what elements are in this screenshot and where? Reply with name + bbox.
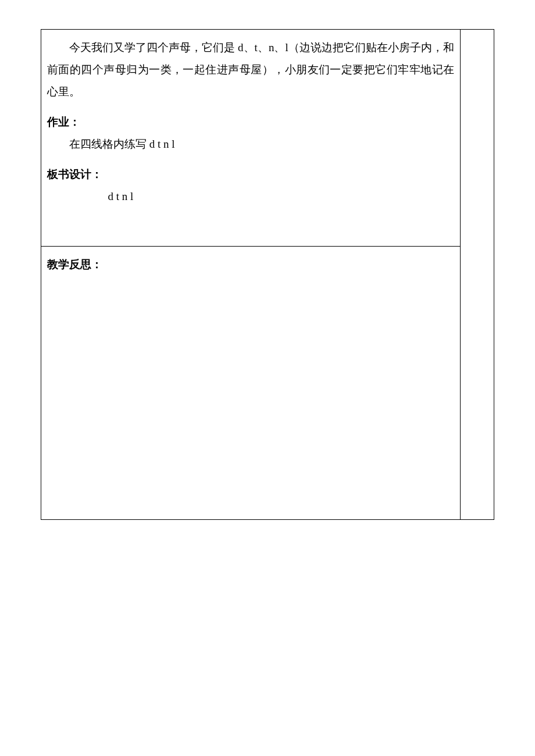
lesson-plan-table: 今天我们又学了四个声母，它们是 d、t、n、l（边说边把它们贴在小房子内，和前面… bbox=[41, 29, 494, 520]
content-cell-top: 今天我们又学了四个声母，它们是 d、t、n、l（边说边把它们贴在小房子内，和前面… bbox=[41, 30, 461, 247]
reflection-heading: 教学反思： bbox=[47, 254, 454, 276]
margin-cell-top bbox=[461, 30, 494, 247]
intro-paragraph: 今天我们又学了四个声母，它们是 d、t、n、l（边说边把它们贴在小房子内，和前面… bbox=[47, 37, 454, 103]
homework-content: 在四线格内练写 d t n l bbox=[47, 133, 454, 155]
spacer-line bbox=[47, 216, 454, 238]
content-cell-bottom: 教学反思： bbox=[41, 247, 461, 520]
margin-cell-bottom bbox=[461, 247, 494, 520]
homework-heading: 作业： bbox=[47, 111, 454, 133]
board-design-content: d t n l bbox=[47, 186, 454, 208]
board-design-heading: 板书设计： bbox=[47, 163, 454, 186]
